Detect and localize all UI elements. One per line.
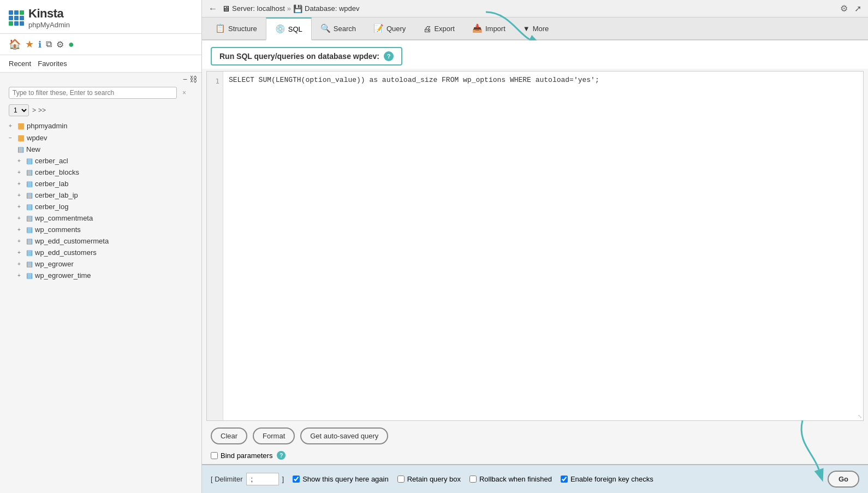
option-retain-query[interactable]: Retain query box bbox=[397, 475, 461, 483]
get-autosaved-button[interactable]: Get auto-saved query bbox=[300, 427, 388, 444]
table-item-wp_commentmeta[interactable]: + ▤ wp_commentmeta bbox=[0, 212, 195, 224]
tab-export-label: Export bbox=[434, 25, 455, 33]
table-item-cerber_lab_ip[interactable]: + ▤ cerber_lab_ip bbox=[0, 189, 195, 201]
tab-structure[interactable]: 📋 Structure bbox=[206, 18, 266, 40]
expand-icon[interactable]: + bbox=[17, 215, 24, 221]
settings-icon[interactable]: ⚙ bbox=[56, 39, 64, 50]
delimiter-input[interactable] bbox=[246, 473, 279, 485]
home-icon[interactable]: 🏠 bbox=[9, 38, 21, 50]
retain-query-checkbox[interactable] bbox=[397, 476, 405, 483]
bind-params-help-icon[interactable]: ? bbox=[277, 451, 286, 460]
db-icon-wpdev: ▦ bbox=[17, 133, 25, 142]
bottom-bar-wrapper: [ Delimiter ] Show this query here again… bbox=[202, 464, 868, 493]
table-item-wp_edd_customermeta[interactable]: + ▤ wp_edd_customermeta bbox=[0, 235, 195, 247]
last-page-btn[interactable]: >> bbox=[38, 106, 46, 114]
kinsta-label: Kinsta bbox=[28, 7, 70, 21]
sidebar-tab-recent[interactable]: Recent bbox=[9, 58, 31, 69]
new-table-label[interactable]: New bbox=[26, 145, 40, 153]
option-rollback[interactable]: Rollback when finished bbox=[469, 475, 552, 483]
expand-icon[interactable]: + bbox=[17, 158, 24, 164]
option-show-query[interactable]: Show this query here again bbox=[293, 475, 389, 483]
db-item-phpmyadmin[interactable]: + ▦ phpmyadmin bbox=[0, 120, 195, 132]
database-label[interactable]: Database: wpdev bbox=[305, 4, 359, 13]
table-label[interactable]: wp_commentmeta bbox=[35, 214, 93, 222]
show-query-checkbox[interactable] bbox=[293, 476, 300, 483]
back-button[interactable]: ← bbox=[209, 4, 217, 14]
table-label[interactable]: cerber_blocks bbox=[35, 168, 79, 176]
tab-search[interactable]: 🔍 Search bbox=[312, 18, 365, 40]
next-page-btn[interactable]: > bbox=[32, 106, 36, 114]
resize-handle[interactable]: ⤡ bbox=[858, 413, 862, 419]
db-item-wpdev[interactable]: − ▦ wpdev bbox=[0, 132, 195, 144]
filter-clear-btn[interactable]: × bbox=[182, 89, 186, 97]
table-label[interactable]: wp_edd_customermeta bbox=[35, 237, 109, 245]
star-icon[interactable]: ★ bbox=[25, 38, 34, 50]
expand-icon[interactable]: + bbox=[17, 192, 24, 198]
expand-icon[interactable]: + bbox=[17, 238, 24, 244]
tab-search-label: Search bbox=[334, 25, 356, 33]
expand-icon[interactable]: + bbox=[17, 261, 24, 267]
copy-icon[interactable]: ⧉ bbox=[46, 39, 52, 49]
sql-icon: 💿 bbox=[275, 24, 286, 34]
tab-query-label: Query bbox=[387, 25, 406, 33]
rollback-checkbox[interactable] bbox=[469, 476, 477, 483]
table-item-wp_edd_customers[interactable]: + ▤ wp_edd_customers bbox=[0, 247, 195, 258]
sidebar-tab-favorites[interactable]: Favorites bbox=[38, 58, 67, 69]
tab-query[interactable]: 📝 Query bbox=[365, 18, 414, 40]
table-item-wp_egrower[interactable]: + ▤ wp_egrower bbox=[0, 258, 195, 270]
grid-cell-9 bbox=[20, 21, 24, 26]
collapse-icon[interactable]: − bbox=[9, 135, 15, 141]
table-label[interactable]: wp_edd_customers bbox=[35, 248, 97, 257]
expand-icon[interactable]: + bbox=[17, 272, 24, 278]
format-button[interactable]: Format bbox=[253, 427, 295, 444]
table-item-new[interactable]: ▤ New bbox=[0, 144, 195, 155]
expand-icon[interactable]: + bbox=[17, 250, 24, 256]
expand-icon[interactable]: + bbox=[17, 227, 24, 233]
grid-cell-8 bbox=[14, 21, 19, 26]
table-item-wp_comments[interactable]: + ▤ wp_comments bbox=[0, 224, 195, 235]
table-item-cerber_log[interactable]: + ▤ cerber_log bbox=[0, 201, 195, 212]
table-item-cerber_lab[interactable]: + ▤ cerber_lab bbox=[0, 178, 195, 189]
page-arrows[interactable]: > >> bbox=[32, 106, 46, 114]
table-item-cerber_acl[interactable]: + ▤ cerber_acl bbox=[0, 155, 195, 167]
query-actions: Clear Format Get auto-saved query bbox=[202, 423, 868, 449]
tab-export[interactable]: 🖨 Export bbox=[414, 19, 463, 40]
sql-section: Run SQL query/queries on database wpdev:… bbox=[202, 40, 868, 493]
expand-icon[interactable]: + bbox=[17, 204, 24, 210]
table-item-cerber_blocks[interactable]: + ▤ cerber_blocks bbox=[0, 167, 195, 178]
minimize-icon[interactable]: − bbox=[183, 75, 187, 84]
option-foreign-key[interactable]: Enable foreign key checks bbox=[561, 475, 653, 483]
settings-button[interactable]: ⚙ bbox=[840, 3, 848, 14]
table-label[interactable]: cerber_lab bbox=[35, 180, 68, 188]
table-label[interactable]: wp_comments bbox=[35, 225, 81, 234]
filter-input[interactable] bbox=[9, 87, 177, 99]
foreign-key-checkbox[interactable] bbox=[561, 476, 568, 483]
table-item-wp_egrower_time[interactable]: + ▤ wp_egrower_time bbox=[0, 270, 195, 281]
help-icon[interactable]: ? bbox=[384, 51, 394, 61]
table-label[interactable]: cerber_log bbox=[35, 203, 68, 211]
expand-icon[interactable]: + bbox=[9, 123, 15, 129]
table-label[interactable]: wp_egrower_time bbox=[35, 271, 91, 280]
server-label[interactable]: Server: localhost bbox=[232, 4, 285, 13]
clear-button[interactable]: Clear bbox=[211, 427, 247, 444]
bind-params-checkbox[interactable] bbox=[211, 452, 218, 459]
db-label[interactable]: phpmyadmin bbox=[27, 122, 67, 130]
tab-import[interactable]: 📥 Import bbox=[463, 18, 514, 40]
table-label[interactable]: wp_egrower bbox=[35, 260, 74, 268]
go-button[interactable]: Go bbox=[828, 471, 859, 488]
bind-params-label[interactable]: Bind parameters bbox=[211, 452, 272, 460]
db-wpdev-label[interactable]: wpdev bbox=[27, 134, 47, 142]
link-icon[interactable]: ⛓ bbox=[189, 75, 197, 84]
expand-icon[interactable]: + bbox=[17, 169, 24, 175]
page-number-select[interactable]: 1 bbox=[9, 104, 29, 116]
info-icon[interactable]: ℹ bbox=[38, 39, 41, 50]
table-icon: ▤ bbox=[26, 271, 33, 280]
tab-more[interactable]: ▼ More bbox=[514, 19, 558, 39]
table-label[interactable]: cerber_acl bbox=[35, 157, 68, 165]
tab-sql[interactable]: 💿 SQL bbox=[266, 17, 312, 40]
sql-editor[interactable]: SELECT SUM(LENGTH(option_value)) as auto… bbox=[223, 72, 863, 420]
line-numbers: 1 bbox=[207, 72, 223, 420]
table-label[interactable]: cerber_lab_ip bbox=[35, 191, 78, 199]
external-link-icon[interactable]: ➚ bbox=[854, 3, 861, 14]
expand-icon[interactable]: + bbox=[17, 181, 24, 187]
